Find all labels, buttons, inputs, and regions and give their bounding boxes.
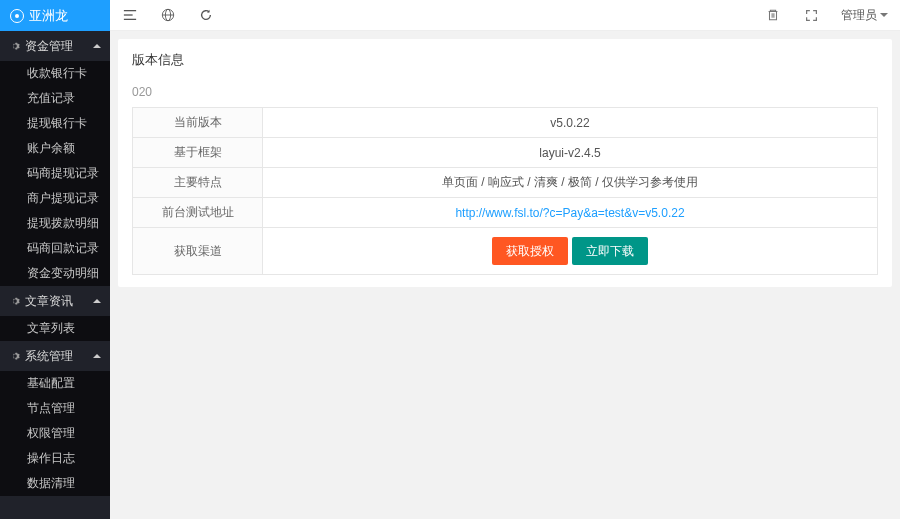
sidebar-item[interactable]: 资金变动明细 [0, 261, 110, 286]
table-row: 获取渠道获取授权立即下载 [133, 228, 878, 275]
menu-group-header[interactable]: 资金管理 [0, 31, 110, 61]
gear-icon [10, 296, 20, 306]
menu-group-header[interactable]: 文章资讯 [0, 286, 110, 316]
gear-icon [10, 351, 20, 361]
row-label: 获取渠道 [133, 228, 263, 275]
test-url-link[interactable]: http://www.fsl.to/?c=Pay&a=test&v=v5.0.2… [455, 206, 684, 220]
row-label: 当前版本 [133, 108, 263, 138]
menu-group-title: 系统管理 [25, 348, 73, 365]
chevron-down-icon [880, 13, 888, 17]
table-row: 前台测试地址http://www.fsl.to/?c=Pay&a=test&v=… [133, 198, 878, 228]
menu-group-title: 文章资讯 [25, 293, 73, 310]
sidebar-item[interactable]: 节点管理 [0, 396, 110, 421]
sidebar-item[interactable]: 收款银行卡 [0, 61, 110, 86]
row-value: 获取授权立即下载 [263, 228, 878, 275]
sidebar-item[interactable]: 充值记录 [0, 86, 110, 111]
info-table: 当前版本v5.0.22基于框架layui-v2.4.5主要特点单页面 / 响应式… [132, 107, 878, 275]
sidebar-item[interactable]: 账户余额 [0, 136, 110, 161]
row-value: 单页面 / 响应式 / 清爽 / 极简 / 仅供学习参考使用 [263, 168, 878, 198]
brand-icon [10, 9, 24, 23]
sidebar-menu: 资金管理收款银行卡充值记录提现银行卡账户余额码商提现记录商户提现记录提现拨款明细… [0, 31, 110, 519]
user-menu[interactable]: 管理员 [841, 7, 888, 24]
table-row: 基于框架layui-v2.4.5 [133, 138, 878, 168]
sidebar-item[interactable]: 提现银行卡 [0, 111, 110, 136]
sidebar-item[interactable]: 文章列表 [0, 316, 110, 341]
sidebar-item[interactable]: 基础配置 [0, 371, 110, 396]
sidebar-item[interactable]: 操作日志 [0, 446, 110, 471]
menu-group-title: 资金管理 [25, 38, 73, 55]
trash-icon[interactable] [765, 7, 781, 23]
chevron-up-icon [93, 354, 101, 358]
breadcrumb: 020 [132, 85, 878, 99]
sidebar-item[interactable]: 码商提现记录 [0, 161, 110, 186]
row-label: 主要特点 [133, 168, 263, 198]
sidebar-item[interactable]: 数据清理 [0, 471, 110, 496]
page-title: 版本信息 [132, 51, 878, 69]
content-card: 版本信息 020 当前版本v5.0.22基于框架layui-v2.4.5主要特点… [118, 39, 892, 287]
menu-group-header[interactable]: 系统管理 [0, 341, 110, 371]
sidebar-item[interactable]: 提现拨款明细 [0, 211, 110, 236]
download-button[interactable]: 立即下载 [572, 237, 648, 265]
main: 管理员 版本信息 020 当前版本v5.0.22基于框架layui-v2.4.5… [110, 0, 900, 519]
row-value: layui-v2.4.5 [263, 138, 878, 168]
table-row: 当前版本v5.0.22 [133, 108, 878, 138]
get-auth-button[interactable]: 获取授权 [492, 237, 568, 265]
sidebar-item[interactable]: 码商回款记录 [0, 236, 110, 261]
fullscreen-icon[interactable] [803, 7, 819, 23]
row-value: http://www.fsl.to/?c=Pay&a=test&v=v5.0.2… [263, 198, 878, 228]
chevron-up-icon [93, 299, 101, 303]
sidebar-item[interactable]: 权限管理 [0, 421, 110, 446]
menu-toggle-icon[interactable] [122, 7, 138, 23]
table-row: 主要特点单页面 / 响应式 / 清爽 / 极简 / 仅供学习参考使用 [133, 168, 878, 198]
user-name: 管理员 [841, 7, 877, 24]
chevron-up-icon [93, 44, 101, 48]
gear-icon [10, 41, 20, 51]
sidebar: 亚洲龙 资金管理收款银行卡充值记录提现银行卡账户余额码商提现记录商户提现记录提现… [0, 0, 110, 519]
topbar: 管理员 [110, 0, 900, 31]
row-label: 基于框架 [133, 138, 263, 168]
row-label: 前台测试地址 [133, 198, 263, 228]
refresh-icon[interactable] [198, 7, 214, 23]
brand-logo[interactable]: 亚洲龙 [0, 0, 110, 31]
row-value: v5.0.22 [263, 108, 878, 138]
globe-icon[interactable] [160, 7, 176, 23]
brand-text: 亚洲龙 [29, 7, 68, 25]
sidebar-item[interactable]: 商户提现记录 [0, 186, 110, 211]
